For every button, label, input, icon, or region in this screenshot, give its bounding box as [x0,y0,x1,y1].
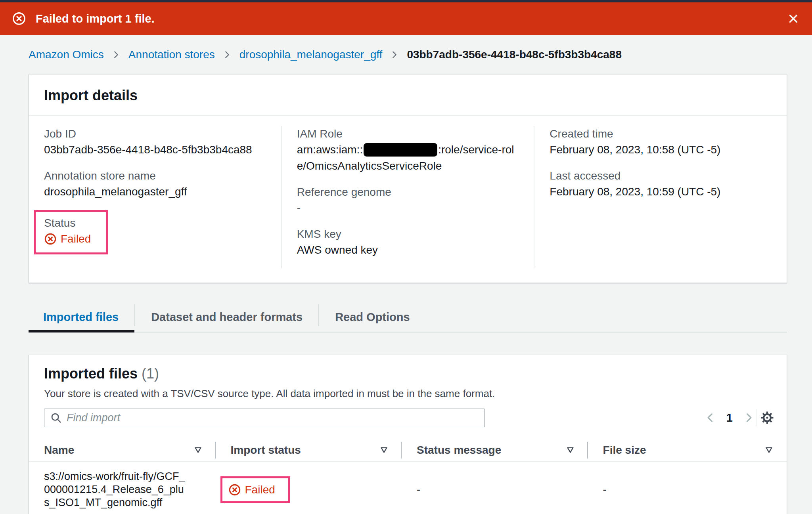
filter-triangle-icon[interactable] [381,447,387,453]
column-header-name[interactable]: Name [29,439,216,461]
status-field: Status Failed [44,215,91,247]
filter-triangle-icon[interactable] [195,447,201,453]
breadcrumb-store-name[interactable]: drosophila_melanogaster_gff [239,48,383,61]
last-accessed-label: Last accessed [550,168,775,184]
column-header-status-message[interactable]: Status message [402,439,588,461]
created-time-value: February 08, 2023, 10:58 (UTC -5) [550,142,775,158]
details-column-1: Job ID 03bb7adb-356e-4418-b48c-5fb3b3b4c… [29,126,281,268]
tab-bar: Imported files Dataset and header format… [29,302,787,332]
imported-files-description: Your store is created with a TSV/CSV sou… [44,388,772,400]
toolbar-divider [756,409,757,426]
settings-gear-icon[interactable] [760,410,775,425]
error-flashbar: Failed to import 1 file. [0,2,812,35]
status-failed-icon [44,233,57,245]
current-page-number[interactable]: 1 [726,411,733,424]
job-id-field: Job ID 03bb7adb-356e-4418-b48c-5fb3b3b4c… [44,126,269,158]
last-accessed-value: February 08, 2023, 10:59 (UTC -5) [550,184,775,200]
file-size-cell: - [588,483,787,496]
row-failed-icon [228,483,241,496]
job-id-label: Job ID [44,126,269,142]
tab-read-options[interactable]: Read Options [319,302,426,332]
imported-files-count: (1) [142,365,159,382]
filter-triangle-icon[interactable] [567,447,574,453]
reference-genome-field: Reference genome - [297,184,522,216]
flashbar-close-icon[interactable] [787,12,800,25]
row-failed-value: Failed [245,483,275,496]
table-header-row: Name Import status Status message [29,439,787,462]
imported-files-card: Imported files (1) Your store is created… [29,355,787,514]
status-label: Status [44,215,91,231]
chevron-right-icon [390,50,399,59]
filter-triangle-icon[interactable] [766,447,772,453]
iam-role-field: IAM Role arn:aws:iam:::role/service-role… [297,126,522,174]
kms-key-label: KMS key [297,226,522,242]
import-details-card: Import details Job ID 03bb7adb-356e-4418… [29,74,787,283]
previous-page-icon[interactable] [705,412,716,423]
failed-annotation-highlight: Failed [220,476,290,503]
kms-key-value: AWS owned key [297,242,522,258]
reference-genome-label: Reference genome [297,184,522,200]
reference-genome-value: - [297,200,522,216]
import-status-cell: Failed [216,476,402,503]
store-name-label: Annotation store name [44,168,269,184]
search-input[interactable] [67,412,479,424]
kms-key-field: KMS key AWS owned key [297,226,522,258]
details-column-3: Created time February 08, 2023, 10:58 (U… [534,126,787,268]
iam-role-label: IAM Role [297,126,522,142]
chevron-right-icon [223,50,232,59]
breadcrumb-amazon-omics[interactable]: Amazon Omics [29,48,104,61]
breadcrumb: Amazon Omics Annotation stores drosophil… [29,47,787,63]
chevron-right-icon [112,50,121,59]
pagination: 1 [705,411,754,424]
created-time-label: Created time [550,126,775,142]
iam-role-value: arn:aws:iam:::role/service-role/OmicsAna… [297,142,519,174]
tab-imported-files[interactable]: Imported files [29,302,134,332]
details-column-2: IAM Role arn:aws:iam:::role/service-role… [281,126,534,268]
imported-files-title: Imported files (1) [44,365,772,382]
next-page-icon[interactable] [743,412,754,423]
job-id-value: 03bb7adb-356e-4418-b48c-5fb3b3b4ca88 [44,142,269,158]
redacted-account-id [364,143,437,157]
find-import-search[interactable] [44,409,485,427]
import-details-title: Import details [44,87,772,104]
status-message-cell: - [402,483,588,496]
status-failed-value: Failed [61,231,91,247]
breadcrumb-job-id: 03bb7adb-356e-4418-b48c-5fb3b3b4ca88 [407,48,622,61]
column-header-file-size[interactable]: File size [588,439,787,461]
tab-dataset-header-formats[interactable]: Dataset and header formats [135,302,318,332]
created-time-field: Created time February 08, 2023, 10:58 (U… [550,126,775,158]
search-icon [50,412,62,424]
flashbar-message: Failed to import 1 file. [36,12,155,25]
store-name-field: Annotation store name drosophila_melanog… [44,168,269,200]
store-name-value: drosophila_melanogaster_gff [44,184,269,200]
error-circle-icon [12,11,26,26]
status-annotation-highlight: Status Failed [34,210,108,254]
last-accessed-field: Last accessed February 08, 2023, 10:59 (… [550,168,775,200]
breadcrumb-annotation-stores[interactable]: Annotation stores [128,48,215,61]
table-row: s3://omics-work/fruit-fly/GCF_000001215.… [29,462,787,514]
table-toolbar: 1 [29,400,787,427]
column-header-import-status[interactable]: Import status [216,439,402,461]
name-cell: s3://omics-work/fruit-fly/GCF_000001215.… [29,470,216,509]
imported-files-table: Name Import status Status message [29,439,787,514]
